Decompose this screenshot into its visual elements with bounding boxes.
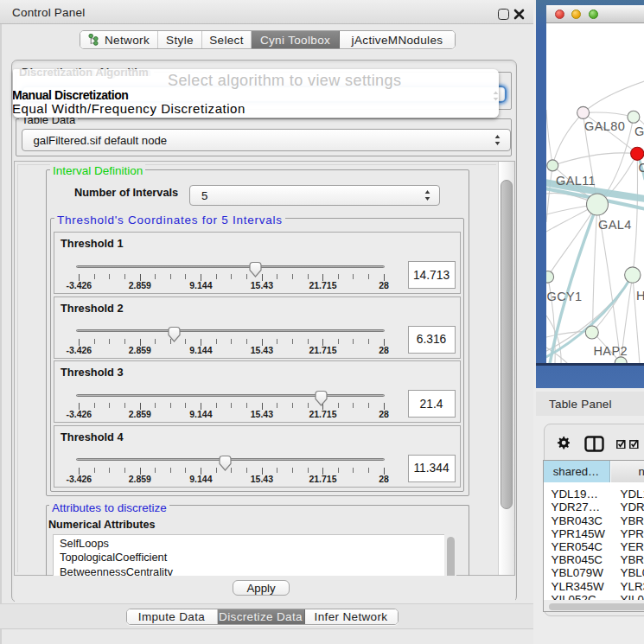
svg-text:GCY1: GCY1 bbox=[546, 290, 582, 303]
svg-text:C: C bbox=[638, 161, 644, 175]
svg-text:GA: GA bbox=[634, 124, 644, 138]
svg-text:H: H bbox=[636, 289, 644, 303]
svg-text:GAL4: GAL4 bbox=[598, 218, 632, 232]
svg-text:GAL11: GAL11 bbox=[556, 174, 596, 188]
svg-text:GAL80: GAL80 bbox=[584, 119, 625, 133]
svg-text:HAP2: HAP2 bbox=[593, 344, 627, 358]
